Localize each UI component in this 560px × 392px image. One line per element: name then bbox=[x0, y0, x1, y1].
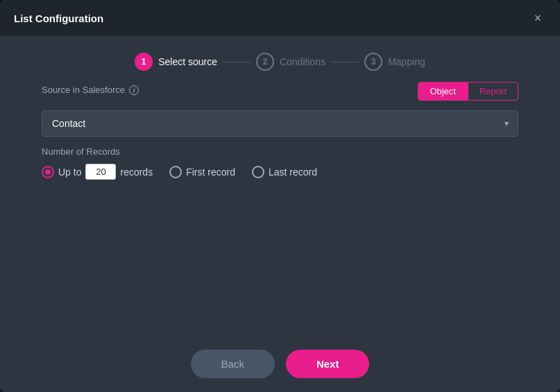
radio-first-record[interactable]: First record bbox=[169, 166, 235, 178]
step-2[interactable]: 2 Conditions bbox=[256, 53, 325, 71]
step-divider-1 bbox=[223, 62, 251, 62]
close-button[interactable]: × bbox=[529, 10, 546, 26]
modal-overlay: List Configuration × 1 Select source 2 C… bbox=[0, 0, 560, 392]
step-1[interactable]: 1 Select source bbox=[135, 53, 217, 71]
radio-last-record-label: Last record bbox=[269, 167, 317, 178]
step-2-label: Conditions bbox=[280, 56, 325, 67]
radio-group: Up to records First record Last record bbox=[42, 164, 518, 180]
next-button[interactable]: Next bbox=[286, 350, 370, 378]
modal-title: List Configuration bbox=[14, 12, 103, 24]
step-divider-2 bbox=[331, 62, 359, 62]
toggle-group: Object Report bbox=[418, 82, 518, 101]
radio-up-to-input[interactable] bbox=[42, 166, 54, 178]
radio-up-to-suffix: records bbox=[120, 167, 153, 178]
radio-up-to[interactable]: Up to records bbox=[42, 164, 153, 180]
step-3[interactable]: 3 Mapping bbox=[364, 53, 425, 71]
source-row: Source in Salesforce i Object Report bbox=[42, 85, 518, 103]
radio-last-record-input[interactable] bbox=[252, 166, 264, 178]
radio-first-record-input[interactable] bbox=[169, 166, 182, 178]
step-2-circle: 2 bbox=[256, 53, 274, 71]
step-1-label: Select source bbox=[158, 56, 217, 67]
radio-last-record[interactable]: Last record bbox=[252, 166, 317, 178]
toggle-report-button[interactable]: Report bbox=[468, 82, 518, 101]
toggle-object-button[interactable]: Object bbox=[418, 82, 468, 101]
radio-first-record-label: First record bbox=[186, 167, 235, 178]
step-3-label: Mapping bbox=[388, 56, 425, 67]
modal-footer: Back Next bbox=[0, 336, 560, 392]
records-count-input[interactable] bbox=[85, 164, 116, 180]
info-icon: i bbox=[129, 85, 139, 95]
step-3-circle: 3 bbox=[364, 53, 382, 71]
number-of-records-label: Number of Records bbox=[42, 146, 518, 157]
radio-up-to-prefix: Up to bbox=[58, 167, 81, 178]
list-configuration-modal: List Configuration × 1 Select source 2 C… bbox=[0, 0, 560, 392]
step-1-circle: 1 bbox=[135, 53, 153, 71]
source-select-wrapper: Contact ▾ bbox=[42, 110, 518, 137]
modal-content: Source in Salesforce i Object Report Con… bbox=[0, 85, 560, 336]
stepper: 1 Select source 2 Conditions 3 Mapping bbox=[0, 36, 560, 85]
source-select[interactable]: Contact bbox=[42, 110, 518, 137]
source-in-salesforce-label: Source in Salesforce i bbox=[42, 85, 139, 95]
back-button[interactable]: Back bbox=[191, 350, 275, 378]
modal-header: List Configuration × bbox=[0, 0, 560, 36]
